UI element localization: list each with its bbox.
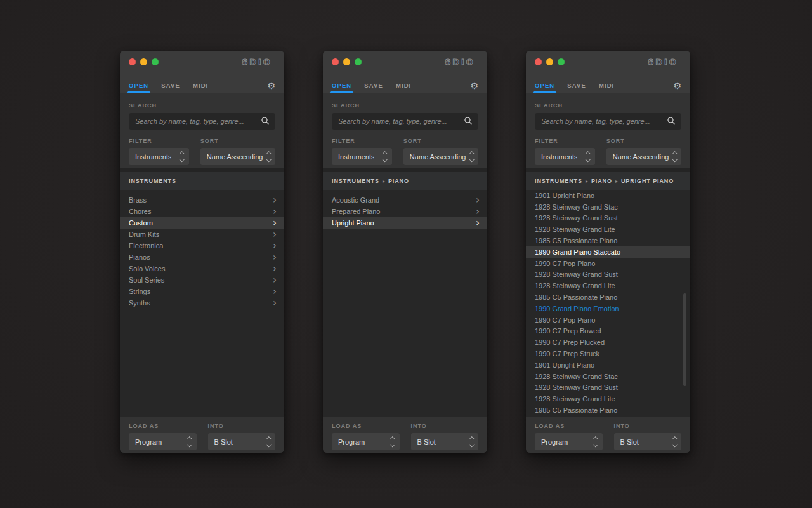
- tab-save[interactable]: SAVE: [364, 77, 383, 93]
- sort-label: SORT: [606, 138, 681, 144]
- filter-label: FILTER: [129, 138, 189, 144]
- folder-row[interactable]: Synths›: [120, 297, 284, 309]
- close-button[interactable]: [129, 58, 136, 65]
- updown-chevrons-icon: [669, 152, 677, 161]
- filter-group: FILTER Instruments: [332, 138, 392, 165]
- patch-row[interactable]: 1928 Steinway Grand Sust: [526, 269, 690, 281]
- into-group: INTO B Slot: [411, 423, 479, 450]
- patch-row[interactable]: 1990 C7 Prep Bowed: [526, 326, 690, 337]
- breadcrumb-upright-piano[interactable]: UPRIGHT PIANO: [621, 178, 674, 184]
- patch-row[interactable]: 1928 Steinway Grand Stac: [526, 201, 690, 213]
- tab-open[interactable]: OPEN: [332, 77, 351, 93]
- folder-row[interactable]: Strings›: [120, 286, 284, 297]
- folder-row[interactable]: Solo Voices›: [120, 263, 284, 274]
- chevron-right-icon: ›: [273, 276, 277, 284]
- folder-row[interactable]: Drum Kits›: [120, 229, 284, 240]
- row-label: 1985 C5 Passionate Piano: [535, 406, 617, 414]
- zoom-button[interactable]: [355, 58, 362, 65]
- sort-select[interactable]: Name Asscending: [200, 148, 275, 165]
- breadcrumb-piano[interactable]: PIANO: [388, 178, 409, 184]
- search-input[interactable]: [535, 113, 681, 130]
- patch-row[interactable]: 1990 C7 Prep Struck: [526, 348, 690, 359]
- patch-row[interactable]: 1985 C5 Passionate Piano: [526, 291, 690, 303]
- close-button[interactable]: [332, 58, 339, 65]
- folder-row[interactable]: Custom›: [120, 217, 284, 229]
- tab-save[interactable]: SAVE: [161, 77, 180, 93]
- tab-open[interactable]: OPEN: [129, 77, 148, 93]
- folder-row[interactable]: Acoustic Grand›: [323, 194, 487, 206]
- folder-row[interactable]: Chores›: [120, 206, 284, 217]
- patch-row[interactable]: 1901 Upright Piano: [526, 359, 690, 371]
- close-button[interactable]: [535, 58, 542, 65]
- patch-row[interactable]: 1990 C7 Pop Piano: [526, 258, 690, 269]
- gear-icon[interactable]: ⚙: [673, 81, 681, 90]
- breadcrumb-piano[interactable]: PIANO: [591, 178, 612, 184]
- filter-select[interactable]: Instruments: [332, 148, 392, 165]
- load-as-group: LOAD AS Program: [129, 423, 197, 450]
- breadcrumb-instruments[interactable]: INSTRUMENTS: [129, 178, 176, 184]
- scrollbar[interactable]: [683, 293, 686, 386]
- patch-row[interactable]: 1990 C7 Pop Piano: [526, 314, 690, 326]
- patch-row[interactable]: 1928 Steinway Grand Lite: [526, 224, 690, 235]
- tab-save[interactable]: SAVE: [567, 77, 586, 93]
- chevron-right-icon: ›: [273, 218, 277, 227]
- patch-row[interactable]: 1990 Grand Piano Staccato: [526, 416, 690, 417]
- gear-icon[interactable]: ⚙: [470, 81, 478, 90]
- sort-value: Name Asscending: [207, 153, 263, 161]
- row-label: 1928 Steinway Grand Lite: [535, 225, 615, 233]
- search-input[interactable]: [332, 113, 478, 130]
- sort-select[interactable]: Name Asscending: [606, 148, 681, 165]
- patch-row[interactable]: 1928 Steinway Grand Sust: [526, 213, 690, 224]
- folder-row[interactable]: Pianos›: [120, 251, 284, 263]
- desktop-background: 8DIO OPEN SAVE MIDI ⚙ SEARCH FILTER: [0, 0, 812, 508]
- folder-row[interactable]: Soul Series›: [120, 274, 284, 286]
- tab-open[interactable]: OPEN: [535, 77, 554, 93]
- tab-midi[interactable]: MIDI: [396, 77, 411, 93]
- patch-row[interactable]: 1928 Steinway Grand Sust: [526, 382, 690, 394]
- zoom-button[interactable]: [558, 58, 565, 65]
- into-select[interactable]: B Slot: [208, 433, 276, 450]
- row-label: 1990 Grand Piano Emotion: [535, 305, 619, 312]
- search-label: SEARCH: [535, 102, 681, 109]
- tab-midi[interactable]: MIDI: [599, 77, 614, 93]
- filter-select[interactable]: Instruments: [535, 148, 595, 165]
- load-as-value: Program: [541, 438, 568, 446]
- patch-row[interactable]: 1928 Steinway Grand Lite: [526, 393, 690, 404]
- patch-row[interactable]: 1985 C5 Passionate Piano: [526, 235, 690, 246]
- patch-row[interactable]: 1928 Steinway Grand Stac: [526, 371, 690, 382]
- load-as-select[interactable]: Program: [535, 433, 603, 450]
- patch-row[interactable]: 1990 Grand Piano Staccato: [526, 246, 690, 258]
- patch-row[interactable]: 1990 Grand Piano Emotion: [526, 303, 690, 314]
- folder-row[interactable]: Brass›: [120, 194, 284, 206]
- load-as-select[interactable]: Program: [332, 433, 400, 450]
- minimize-button[interactable]: [140, 58, 147, 65]
- minimize-button[interactable]: [546, 58, 553, 65]
- sort-select[interactable]: Name Asscending: [403, 148, 478, 165]
- tab-midi[interactable]: MIDI: [193, 77, 208, 93]
- row-label: 1901 Upright Piano: [535, 192, 594, 199]
- zoom-button[interactable]: [152, 58, 159, 65]
- folder-row[interactable]: Prepared Piano›: [323, 206, 487, 217]
- breadcrumb-instruments[interactable]: INSTRUMENTS: [332, 178, 379, 184]
- minimize-button[interactable]: [343, 58, 350, 65]
- into-select[interactable]: B Slot: [614, 433, 682, 450]
- breadcrumb-instruments[interactable]: INSTRUMENTS: [535, 178, 582, 184]
- search-input[interactable]: [129, 113, 275, 130]
- into-select[interactable]: B Slot: [411, 433, 479, 450]
- filter-select[interactable]: Instruments: [129, 148, 189, 165]
- patch-row[interactable]: 1990 C7 Prep Plucked: [526, 337, 690, 348]
- updown-chevrons-icon: [379, 152, 387, 161]
- patch-row[interactable]: 1985 C5 Passionate Piano: [526, 404, 690, 416]
- gear-icon[interactable]: ⚙: [267, 81, 275, 90]
- patch-row[interactable]: 1928 Steinway Grand Lite: [526, 280, 690, 291]
- chevron-right-icon: ›: [273, 196, 277, 204]
- patch-row[interactable]: 1901 Upright Piano: [526, 190, 690, 201]
- load-as-select[interactable]: Program: [129, 433, 197, 450]
- load-as-value: Program: [135, 438, 162, 446]
- search-label: SEARCH: [332, 102, 478, 109]
- folder-row[interactable]: Upright Piano›: [323, 217, 487, 229]
- search-icon: [667, 117, 676, 125]
- folder-row[interactable]: Electronica›: [120, 240, 284, 251]
- into-label: INTO: [208, 423, 276, 429]
- updown-chevrons-icon: [590, 438, 598, 446]
